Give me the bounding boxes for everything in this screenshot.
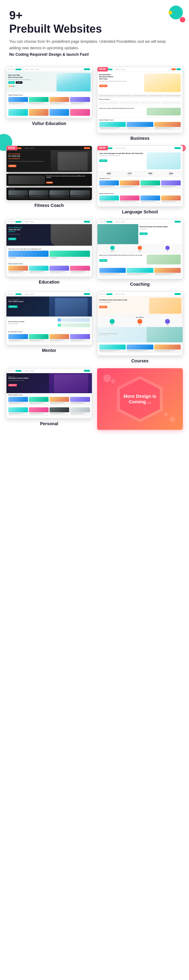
- header-description: You can choose from 9+ predefined page t…: [9, 38, 169, 57]
- website-label: Vultur Education: [32, 121, 66, 126]
- website-label: Education: [39, 280, 60, 285]
- website-label: Mentor: [42, 348, 56, 353]
- website-item-coming-soon: More Design is Coming ...: [97, 368, 183, 430]
- website-item-coaching[interactable]: Personal Coaching Learn Anywhere Digital…: [97, 219, 183, 286]
- website-item-language-school[interactable]: NEW: [97, 146, 183, 214]
- coming-soon-card: More Design is Coming ...: [97, 368, 183, 430]
- website-item-vultur-education[interactable]: More Than 25K+Edu Courses Online We prov…: [6, 67, 92, 141]
- website-item-fitness-coach[interactable]: NEW: [6, 146, 92, 214]
- new-badge: NEW: [6, 146, 17, 150]
- website-label: Business: [130, 136, 150, 141]
- header-section: 9+ Prebuilt Websites You can choose from…: [0, 0, 189, 64]
- website-label: Language School: [122, 209, 158, 214]
- coming-soon-text: More Design is Coming ...: [120, 393, 160, 405]
- website-item-personal[interactable]: Welcome to Education Course Online Perso…: [6, 368, 92, 430]
- website-item-business[interactable]: NEW: [97, 67, 183, 141]
- website-label: Courses: [131, 358, 148, 363]
- website-label: Coaching: [130, 282, 150, 286]
- website-item-courses[interactable]: Coaching Courses Learn How to Code Best …: [97, 291, 183, 363]
- website-label: Personal: [40, 421, 58, 426]
- website-label: Fitness Coach: [35, 203, 64, 208]
- website-item-mentor[interactable]: Hi, I'm James Watt Your Online Coach Hir…: [6, 291, 92, 363]
- website-item-education[interactable]: GET CONTROL OF YOUR LIFE FOR SERIOUS I c…: [6, 219, 92, 286]
- new-badge: NEW: [97, 146, 108, 150]
- new-badge: NEW: [97, 67, 108, 72]
- websites-grid: More Than 25K+Edu Courses Online We prov…: [0, 64, 189, 436]
- header-count: 9+: [9, 9, 180, 22]
- page-title: Prebuilt Websites: [9, 23, 180, 35]
